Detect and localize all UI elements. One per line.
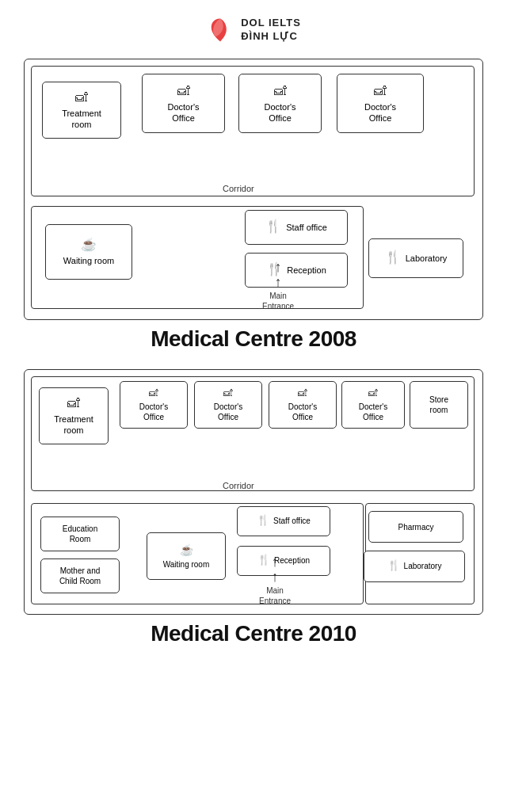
sofa-icon: 🛋 — [223, 387, 233, 400]
room-label: Treatmentroom — [54, 414, 93, 436]
room-label: Pharmacy — [398, 522, 433, 532]
plan-title-2008: Medical Centre 2008 — [24, 326, 483, 352]
room-doctor2-2010: 🛋 Doctor'sOffice — [194, 381, 262, 429]
room-label: Doctor'sOffice — [168, 101, 200, 124]
room-doctor1-2010: 🛋 Doctor'sOffice — [120, 381, 188, 429]
sofa-icon: 🛋 — [274, 83, 287, 100]
sofa-icon: 🛋 — [298, 387, 307, 400]
room-doctor2-2008: 🛋 Doctor'sOffice — [238, 74, 322, 133]
room-label: Docter'sOffice — [359, 402, 387, 422]
floorplan-2008: 🛋 Treatmentroom 🛋 Doctor'sOffice 🛋 Docto… — [24, 59, 483, 320]
room-treatment-2008: 🛋 Treatmentroom — [42, 82, 121, 139]
floorplan-2010: 🛋 Treatmentroom 🛋 Doctor'sOffice 🛋 Docto… — [24, 369, 483, 615]
room-label: Staff office — [286, 222, 327, 233]
sofa-icon: 🛋 — [374, 83, 387, 100]
room-label: Doctor'sOffice — [139, 402, 168, 422]
sofa-icon: 🛋 — [177, 83, 190, 100]
cup-icon: ☕ — [180, 543, 193, 557]
room-staff-2008: 🍴 Staff office — [245, 210, 348, 245]
room-waiting-2008: ☕ Waiting room — [45, 224, 132, 280]
room-lab-2010: 🍴 Laboratory — [364, 551, 465, 582]
logo-area: DOL IELTS ĐÌNH LỰC — [206, 16, 301, 44]
room-waiting-2010: ☕ Waiting room — [147, 532, 226, 580]
room-label: Laboratory — [406, 253, 448, 264]
diagram-2008: 🛋 Treatmentroom 🛋 Doctor'sOffice 🛋 Docto… — [24, 59, 483, 369]
room-education-2010: EducationRoom — [40, 517, 120, 551]
logo-icon — [206, 16, 234, 44]
sofa-icon: 🛋 — [75, 90, 88, 106]
corridor-label-2010: Corridor — [223, 481, 254, 490]
fork-icon: 🍴 — [265, 219, 281, 235]
room-doctor1-2008: 🛋 Doctor'sOffice — [142, 74, 225, 133]
room-pharmacy-2010: Pharmacy — [368, 511, 463, 543]
room-label: Doctor'sOffice — [214, 402, 242, 422]
sofa-icon: 🛋 — [368, 387, 378, 400]
room-mother-2010: Mother andChild Room — [40, 558, 120, 593]
room-label: Treatmentroom — [62, 108, 101, 131]
fork-icon: 🍴 — [385, 250, 401, 266]
sofa-icon: 🛋 — [67, 395, 80, 412]
room-lab-2008: 🍴 Laboratory — [368, 238, 463, 278]
room-treatment-2010: 🛋 Treatmentroom — [39, 387, 109, 444]
corridor-label-2008: Corridor — [223, 184, 254, 193]
room-label: Doctor'sOffice — [364, 101, 396, 124]
room-label: Doctor'sOffice — [265, 101, 296, 124]
room-label: Waiting room — [63, 255, 114, 266]
main-entrance-2008: ↑ Main Entrance — [254, 260, 302, 311]
cup-icon: ☕ — [81, 237, 97, 254]
main-entrance-2010: ↑ Main Entrance — [251, 555, 299, 606]
room-label: Waiting room — [163, 559, 210, 570]
logo-text: DOL IELTS ĐÌNH LỰC — [241, 17, 301, 44]
room-label: EducationRoom — [63, 524, 97, 544]
room-staff-2010: 🍴 Staff office — [237, 506, 330, 536]
room-label: Doctor'sOffice — [288, 402, 317, 422]
fork-icon: 🍴 — [257, 514, 269, 528]
room-store-2010: Storeroom — [410, 381, 468, 429]
sofa-icon: 🛋 — [149, 387, 158, 400]
room-doctor3-2008: 🛋 Doctor'sOffice — [337, 74, 424, 133]
plan-title-2010: Medical Centre 2010 — [24, 621, 483, 646]
room-label: Storeroom — [429, 395, 448, 415]
fork-icon: 🍴 — [387, 559, 400, 573]
room-label: Laboratory — [404, 561, 442, 571]
room-doctor4-2010: 🛋 Docter'sOffice — [341, 381, 405, 429]
room-doctor3-2010: 🛋 Doctor'sOffice — [269, 381, 337, 429]
room-label: Staff office — [273, 516, 311, 526]
room-label: Mother andChild Room — [59, 566, 101, 586]
diagram-2010: 🛋 Treatmentroom 🛋 Doctor'sOffice 🛋 Docto… — [24, 369, 483, 664]
